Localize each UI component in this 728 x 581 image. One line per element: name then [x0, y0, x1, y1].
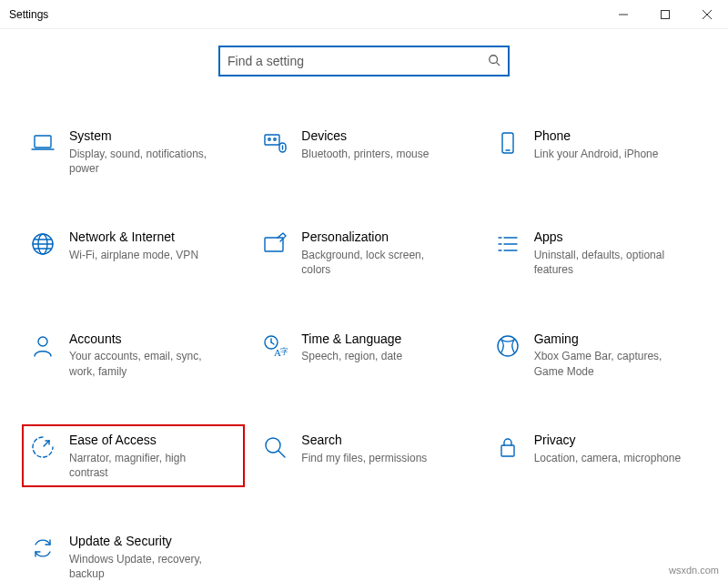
tile-title: Search: [301, 432, 468, 449]
svg-rect-8: [265, 135, 279, 145]
svg-point-27: [38, 337, 47, 346]
tile-devices[interactable]: Devices Bluetooth, printers, mouse: [254, 120, 477, 183]
tile-time-language[interactable]: A字 Time & Language Speech, region, date: [254, 323, 477, 386]
tile-desc: Windows Update, recovery, backup: [69, 552, 224, 581]
person-icon: [29, 332, 56, 360]
tile-desc: Xbox Game Bar, captures, Game Mode: [534, 349, 689, 378]
tile-title: Apps: [534, 229, 701, 246]
tile-title: Accounts: [69, 331, 236, 348]
tile-gaming[interactable]: Gaming Xbox Game Bar, captures, Game Mod…: [487, 323, 710, 386]
search-icon: [488, 54, 500, 69]
paint-icon: [261, 230, 288, 258]
svg-line-5: [497, 62, 500, 66]
tile-title: Personalization: [301, 229, 468, 246]
tile-desc: Your accounts, email, sync, work, family: [69, 349, 224, 378]
search-container: [0, 46, 728, 76]
tile-desc: Wi-Fi, airplane mode, VPN: [69, 248, 224, 262]
xbox-icon: [494, 332, 521, 360]
lock-icon: [494, 433, 521, 461]
search-box[interactable]: [218, 46, 510, 76]
tile-title: Privacy: [534, 432, 701, 449]
tile-privacy[interactable]: Privacy Location, camera, microphone: [487, 424, 710, 487]
magnifier-icon: [261, 433, 288, 461]
tile-desc: Link your Android, iPhone: [534, 147, 689, 161]
tile-desc: Location, camera, microphone: [534, 451, 689, 465]
tile-title: Update & Security: [69, 533, 236, 550]
close-button[interactable]: [686, 0, 728, 28]
svg-rect-36: [501, 445, 514, 456]
svg-rect-1: [662, 10, 670, 18]
devices-icon: [261, 129, 288, 157]
apps-list-icon: [494, 230, 521, 258]
svg-point-33: [498, 336, 518, 356]
laptop-icon: [29, 129, 56, 157]
tile-desc: Bluetooth, printers, mouse: [301, 147, 456, 161]
svg-point-4: [490, 55, 498, 63]
tile-search[interactable]: Search Find my files, permissions: [254, 424, 477, 487]
tile-title: System: [69, 127, 236, 145]
tile-apps[interactable]: Apps Uninstall, defaults, optional featu…: [487, 221, 710, 284]
minimize-button[interactable]: [602, 0, 644, 28]
maximize-button[interactable]: [644, 0, 686, 28]
tile-ease-of-access[interactable]: Ease of Access Narrator, magnifier, high…: [22, 424, 245, 487]
tile-desc: Display, sound, notifications, power: [69, 147, 224, 176]
globe-icon: [29, 230, 56, 258]
svg-text:字: 字: [280, 347, 288, 356]
svg-point-9: [268, 138, 270, 140]
tile-accounts[interactable]: Accounts Your accounts, email, sync, wor…: [22, 323, 245, 386]
tile-phone[interactable]: Phone Link your Android, iPhone: [487, 120, 710, 183]
svg-point-10: [274, 138, 276, 140]
tile-title: Phone: [534, 127, 701, 145]
tile-system[interactable]: System Display, sound, notifications, po…: [22, 120, 245, 183]
settings-grid: System Display, sound, notifications, po…: [0, 120, 728, 581]
window-title: Settings: [9, 8, 48, 21]
time-language-icon: A字: [261, 332, 288, 360]
sync-icon: [29, 535, 56, 562]
svg-rect-6: [35, 136, 51, 148]
tile-desc: Uninstall, defaults, optional features: [534, 248, 689, 277]
svg-line-35: [278, 451, 285, 457]
tile-network[interactable]: Network & Internet Wi-Fi, airplane mode,…: [22, 221, 245, 284]
tile-desc: Background, lock screen, colors: [301, 248, 456, 277]
tile-desc: Find my files, permissions: [301, 451, 456, 465]
tile-desc: Speech, region, date: [301, 349, 456, 363]
tile-update-security[interactable]: Update & Security Windows Update, recove…: [22, 525, 245, 581]
tile-title: Ease of Access: [69, 432, 236, 449]
search-input[interactable]: [228, 54, 488, 68]
titlebar: Settings: [0, 0, 728, 29]
tile-personalization[interactable]: Personalization Background, lock screen,…: [254, 221, 477, 284]
tile-title: Gaming: [534, 331, 701, 348]
svg-rect-20: [265, 238, 283, 251]
svg-line-30: [271, 342, 274, 344]
tile-title: Devices: [301, 127, 468, 145]
tile-title: Time & Language: [301, 331, 468, 348]
attribution-text: wsxdn.com: [669, 565, 719, 576]
window-controls: [602, 0, 728, 28]
tile-desc: Narrator, magnifier, high contrast: [69, 451, 224, 480]
phone-icon: [494, 129, 521, 157]
ease-of-access-icon: [29, 433, 56, 461]
tile-title: Network & Internet: [69, 229, 236, 246]
